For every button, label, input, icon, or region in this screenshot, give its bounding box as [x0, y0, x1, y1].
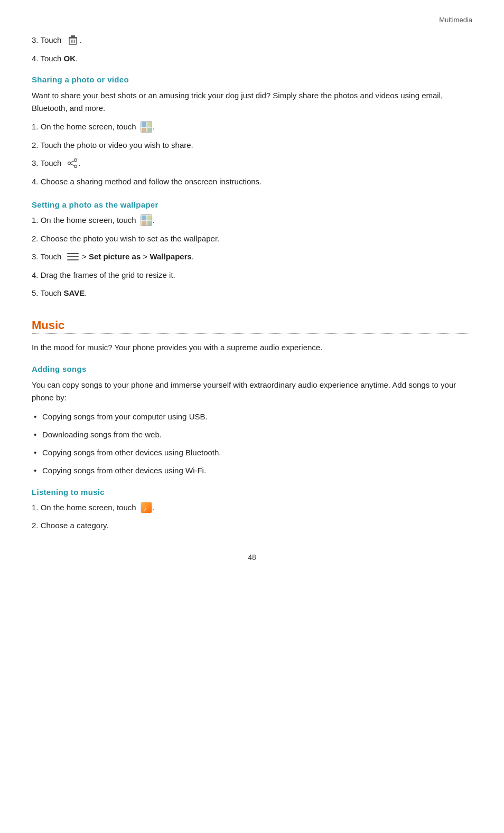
svg-point-11 [74, 159, 77, 162]
listen-step1: 1. On the home screen, touch ♪ . [32, 502, 472, 514]
svg-rect-8 [147, 122, 152, 127]
wallpaper-step3-wallpapers: Wallpapers. [150, 251, 194, 263]
svg-rect-9 [142, 128, 146, 133]
wallpaper-step1-text: 1. On the home screen, touch [32, 214, 141, 227]
sharing-step3: 3. Touch . [32, 157, 472, 170]
svg-line-14 [70, 161, 74, 163]
svg-rect-18 [147, 216, 152, 220]
adding-songs-list: Copying songs from your computer using U… [32, 410, 472, 477]
menu-icon [67, 253, 79, 260]
adding-songs-heading: Adding songs [32, 364, 472, 373]
wallpaper-step3-arrow1: > [80, 251, 89, 263]
step-3-trash: 3. Touch . [32, 34, 472, 46]
trash-icon [68, 35, 78, 45]
wallpaper-heading: Setting a photo as the wallpaper [32, 200, 472, 209]
list-item: Copying songs from your computer using U… [37, 410, 472, 423]
sharing-step1-text: 1. On the home screen, touch [32, 121, 141, 133]
svg-line-15 [70, 164, 74, 166]
wallpaper-step1-suffix: . [152, 214, 154, 227]
wallpaper-step3-set-picture: Set picture as [89, 251, 141, 263]
gallery-icon-2 [141, 214, 152, 226]
wallpaper-step5-text: 5. Touch SAVE. [32, 287, 87, 299]
music-intro: In the mood for music? Your phone provid… [32, 341, 472, 354]
svg-rect-20 [147, 221, 152, 226]
wallpaper-step4: 4. Drag the frames of the grid to resize… [32, 269, 472, 282]
listen-step1-suffix: . [152, 502, 154, 514]
share-icon [67, 158, 78, 168]
sharing-intro: Want to share your best shots or an amus… [32, 89, 472, 115]
sharing-step3-suffix: . [79, 157, 81, 170]
music-app-icon: ♪ [141, 502, 152, 513]
svg-rect-19 [142, 221, 146, 226]
wallpaper-step5: 5. Touch SAVE. [32, 287, 472, 299]
wallpaper-step3-prefix: 3. Touch [32, 251, 66, 263]
step4-touch-text: 4. Touch OK. [32, 53, 78, 65]
svg-rect-17 [142, 216, 146, 220]
svg-rect-7 [142, 122, 146, 127]
adding-songs-intro: You can copy songs to your phone and imm… [32, 379, 472, 404]
sharing-step1: 1. On the home screen, touch . [32, 121, 472, 133]
svg-rect-10 [147, 128, 152, 133]
section-label: Multimedia [439, 16, 472, 24]
list-item: Copying songs from other devices using W… [37, 464, 472, 477]
sharing-step2: 2. Touch the photo or video you wish to … [32, 139, 472, 152]
step3-period: . [80, 34, 82, 46]
list-item: Downloading songs from the web. [37, 428, 472, 441]
wallpaper-step1: 1. On the home screen, touch . [32, 214, 472, 227]
wallpaper-step2: 2. Choose the photo you wish to set as t… [32, 233, 472, 245]
sharing-step4: 4. Choose a sharing method and follow th… [32, 176, 472, 188]
page-number: 48 [32, 553, 472, 561]
listen-step2: 2. Choose a category. [32, 520, 472, 532]
wallpaper-step3-arrow2: > [141, 251, 150, 263]
sharing-step1-suffix: . [152, 121, 154, 133]
sharing-step3-text: 3. Touch [32, 157, 66, 170]
svg-point-12 [74, 165, 77, 168]
step-4-ok: 4. Touch OK. [32, 53, 472, 65]
sharing-heading: Sharing a photo or video [32, 75, 472, 84]
wallpaper-step3: 3. Touch > Set picture as > Wallpapers. [32, 251, 472, 263]
svg-rect-1 [71, 35, 75, 37]
svg-text:♪: ♪ [143, 504, 147, 512]
gallery-icon [141, 121, 152, 133]
page-header: Multimedia [32, 16, 472, 24]
music-heading: Music [32, 319, 472, 332]
svg-point-13 [68, 162, 70, 165]
listen-step1-text: 1. On the home screen, touch [32, 502, 141, 514]
step3-touch-text: 3. Touch [32, 34, 66, 46]
music-divider [32, 333, 472, 334]
listening-heading: Listening to music [32, 488, 472, 497]
list-item: Copying songs from other devices using B… [37, 446, 472, 459]
